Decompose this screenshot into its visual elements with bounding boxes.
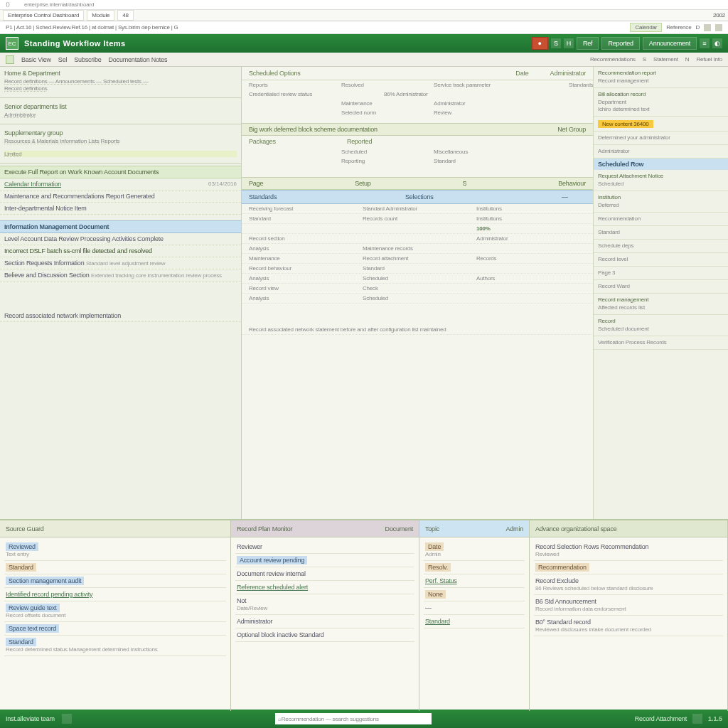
- rp-item[interactable]: Standard: [598, 229, 724, 235]
- bg-row[interactable]: Standard: [4, 561, 226, 574]
- sidebar-item-notice[interactable]: Inter-departmental Notice Item: [0, 203, 241, 215]
- sidebar-item[interactable]: Incorrect DSLF batch ss-cml file detecte…: [0, 245, 241, 257]
- bg-row[interactable]: StandardRecord determined status Managem…: [4, 636, 226, 656]
- bg-row[interactable]: Section management audit: [4, 574, 226, 588]
- detail-row[interactable]: Analysis Maintenance records: [242, 244, 593, 254]
- rp-item-label[interactable]: Record management: [598, 296, 724, 303]
- bg-row[interactable]: Resolv.: [424, 561, 525, 574]
- bg-row[interactable]: B6 Std AnnouncementRecord information da…: [534, 595, 723, 616]
- bg-row[interactable]: Administrator: [235, 615, 414, 628]
- bg-row[interactable]: Document review internal: [235, 567, 414, 581]
- footer-mid[interactable]: Record Attachment: [635, 715, 687, 722]
- detail-row[interactable]: Maintenance Record attachment Records: [242, 254, 593, 264]
- toolbar-refuel[interactable]: Refuel Info: [697, 56, 723, 63]
- header-alert-button[interactable]: ●: [532, 37, 548, 50]
- col-head[interactable]: Selections: [405, 193, 476, 200]
- toolbar-subscribe[interactable]: Subscribe: [74, 56, 101, 63]
- bg-head-3[interactable]: TopicAdmin: [419, 520, 530, 537]
- sidebar-supp-link[interactable]: Supplementary group: [4, 129, 237, 136]
- detail-row[interactable]: Standard Records count Institutions: [242, 214, 593, 224]
- col-head[interactable]: Reported: [347, 138, 372, 145]
- rp-item-label[interactable]: Record: [598, 318, 724, 324]
- detail-row[interactable]: Record behaviour Standard: [242, 264, 593, 274]
- new-badge[interactable]: New content 36400: [598, 120, 653, 128]
- rp-item[interactable]: Record Ward: [598, 283, 724, 289]
- browser-tab-2[interactable]: Module: [87, 10, 114, 21]
- menu-icon[interactable]: ≡: [700, 38, 710, 48]
- rp-item[interactable]: Page 3: [598, 269, 724, 276]
- calendar-button[interactable]: Calendar: [630, 23, 662, 32]
- detail-row[interactable]: Record section Administrator: [242, 234, 593, 244]
- col-head-admin[interactable]: Administrator: [550, 70, 586, 77]
- sidebar-item-maint[interactable]: Maintenance and Recommendations Report G…: [0, 191, 241, 203]
- bg-row[interactable]: ReviewedText entry: [4, 540, 226, 561]
- footer-icon[interactable]: [62, 714, 72, 724]
- bg-row[interactable]: Review guide textRecord offsets document: [4, 601, 226, 622]
- bg-row[interactable]: Optional block inactive Standard: [235, 628, 414, 642]
- header-icon-1[interactable]: S: [551, 38, 561, 48]
- sidebar-item[interactable]: Record associated network implementation: [0, 310, 241, 322]
- header-reported-button[interactable]: Reported: [601, 37, 639, 50]
- rp-item[interactable]: Schedule deps: [598, 242, 724, 249]
- browser-tab-1[interactable]: Enterprise Control Dashboard: [3, 10, 84, 21]
- toolbar-n[interactable]: N: [685, 56, 690, 63]
- detail-row[interactable]: Analysis Scheduled Authors: [242, 274, 593, 284]
- rp-item[interactable]: Verification Process Records: [598, 339, 724, 346]
- bg-row[interactable]: Space text record: [4, 622, 226, 636]
- header-icon-2[interactable]: H: [564, 38, 574, 48]
- square-icon-2[interactable]: [715, 24, 722, 31]
- detail-row[interactable]: Analysis Scheduled: [242, 294, 593, 304]
- toolbar-statement[interactable]: Statement: [653, 56, 678, 63]
- toolbar-rec[interactable]: Recommendations: [590, 56, 636, 63]
- sidebar-dept-link[interactable]: Senior departments list: [4, 103, 237, 110]
- bg-row[interactable]: Reviewer: [235, 540, 414, 554]
- bg-row[interactable]: Record Exclude86 Reviews scheduled below…: [534, 574, 723, 595]
- bg-row-link[interactable]: Reference scheduled alert: [235, 581, 414, 594]
- rp-item-label[interactable]: Institution: [598, 194, 724, 200]
- subheader-ref[interactable]: Reference: [666, 24, 691, 31]
- user-icon[interactable]: ◐: [712, 38, 722, 48]
- bg-row[interactable]: B0° Standard recordReviewed disclosures …: [534, 616, 723, 636]
- toolbar-s[interactable]: S: [643, 56, 646, 63]
- bg-row-link[interactable]: Identified record pending activity: [4, 588, 226, 601]
- browser-tab-3[interactable]: 48: [117, 10, 134, 21]
- footer-icon-2[interactable]: [692, 714, 702, 724]
- bg-head-1[interactable]: Source Guard: [0, 520, 231, 537]
- bg-head-2[interactable]: Record Plan MonitorDocument: [231, 520, 419, 537]
- toolbar-docs[interactable]: Documentation Notes: [109, 56, 168, 63]
- header-announce-button[interactable]: Announcement: [643, 37, 697, 50]
- header-ref-button[interactable]: Ref: [577, 37, 599, 50]
- col-head[interactable]: Packages: [249, 138, 276, 145]
- sidebar-item-cal[interactable]: Calendar Information 03/14/2016: [0, 178, 241, 191]
- bg-row-link[interactable]: Standard: [424, 615, 525, 628]
- bg-row[interactable]: DateAdmin: [424, 540, 525, 561]
- toolbar-sel[interactable]: Sel: [58, 56, 67, 63]
- col-head-date[interactable]: Date: [515, 70, 528, 77]
- bg-row[interactable]: Record Selection Rows RecommendationRevi…: [534, 540, 723, 561]
- bg-row[interactable]: Account review pending: [235, 554, 414, 567]
- subheader-d[interactable]: D: [695, 24, 700, 31]
- address-bar[interactable]: enterprise.internal/dashboard: [24, 1, 94, 8]
- sidebar-limited[interactable]: Limited: [4, 151, 237, 157]
- bg-row[interactable]: NotDate/Review: [235, 594, 414, 615]
- detail-row[interactable]: 100%: [242, 224, 593, 234]
- rp-item[interactable]: Recommendation: [598, 215, 724, 222]
- detail-row[interactable]: Receiving forecast Standard Administrato…: [242, 204, 593, 214]
- bg-row[interactable]: Recommendation: [534, 561, 723, 574]
- sidebar-item[interactable]: Section Requests Information Standard le…: [0, 257, 241, 269]
- footer-search-input[interactable]: ⌕ Recommendation — search suggestions: [275, 713, 432, 724]
- col-head[interactable]: —: [562, 193, 593, 200]
- bg-row-link[interactable]: Perf. Status: [424, 574, 525, 588]
- document-icon[interactable]: [6, 55, 14, 64]
- bg-row[interactable]: —: [424, 601, 525, 615]
- app-logo-icon[interactable]: EC: [6, 37, 18, 50]
- bg-row[interactable]: None: [424, 588, 525, 601]
- sidebar-item[interactable]: Believe and Discussion Section Extended …: [0, 269, 241, 282]
- detail-row[interactable]: Record view Check: [242, 284, 593, 294]
- rp-item-label[interactable]: Request Attachment Notice: [598, 173, 724, 179]
- toolbar-view[interactable]: Basic View: [21, 56, 51, 63]
- col-head[interactable]: Standards: [249, 193, 320, 200]
- rp-item[interactable]: Record level: [598, 256, 724, 262]
- sidebar-item[interactable]: Level Account Data Review Processing Act…: [0, 233, 241, 245]
- bg-head-4[interactable]: Advance organizational space: [530, 520, 728, 537]
